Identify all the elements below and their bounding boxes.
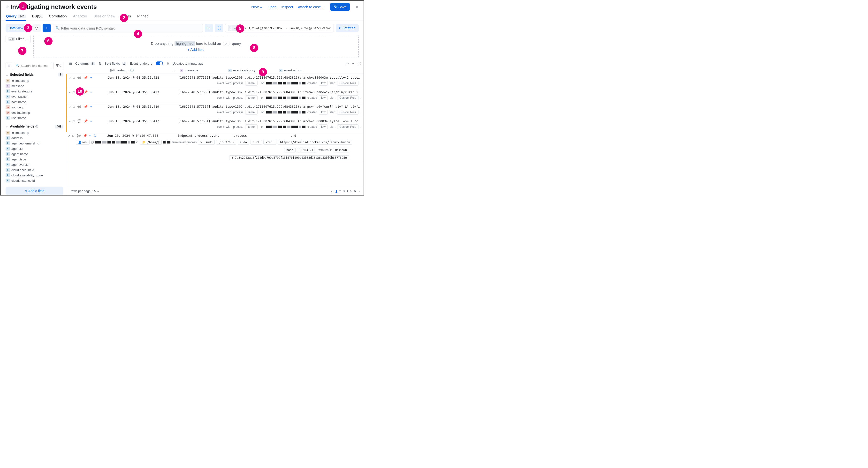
available-fields-section[interactable]: ⌄Available fields ⓘ 408	[6, 123, 63, 130]
field-item[interactable]: kuser.name	[6, 115, 63, 121]
more-icon[interactable]: ⋯	[90, 105, 92, 108]
field-item[interactable]: 🗓@timestamp	[6, 130, 63, 135]
kql-input[interactable]	[60, 25, 200, 32]
view-mode-icon[interactable]: ▭	[346, 62, 349, 65]
page-number[interactable]: 6	[353, 189, 356, 193]
close-icon[interactable]: ✕	[355, 5, 360, 9]
severity-chip[interactable]: low	[319, 110, 328, 115]
analyzer-icon[interactable]: ⬡	[93, 134, 96, 137]
url-chip[interactable]: https://download.docker.com/linux/ubuntu	[278, 140, 352, 145]
severity-chip[interactable]: low	[319, 81, 328, 86]
pid-chip[interactable]: (1563766)	[216, 140, 236, 145]
process-chip[interactable]: kernel	[245, 81, 257, 86]
pin-icon[interactable]: 📌	[84, 90, 88, 94]
process-chip[interactable]: kernel	[245, 95, 257, 100]
checkbox[interactable]: ☐	[72, 134, 74, 137]
refresh-button[interactable]: ⟳Refresh	[336, 24, 359, 32]
page-number[interactable]: 2	[338, 189, 342, 193]
maximize-icon[interactable]: ⛶	[215, 24, 223, 32]
comment-icon[interactable]: 💬	[78, 90, 81, 94]
columns-button[interactable]: Columns 8	[75, 62, 95, 65]
pin-icon[interactable]: 📌	[84, 119, 88, 123]
expand-icon[interactable]: ↗	[69, 105, 71, 108]
field-item[interactable]: tmessage	[6, 83, 63, 89]
column-event-category[interactable]: kevent.category	[226, 67, 277, 73]
path-chip[interactable]: 📁 /home/j	[140, 140, 162, 145]
rule-chip[interactable]: Custom Rule	[337, 110, 358, 115]
field-item[interactable]: ipsource.ip	[6, 104, 63, 110]
page-number[interactable]: 3	[342, 189, 346, 193]
comment-icon[interactable]: 💬	[78, 105, 81, 108]
arg-chip[interactable]: sudo	[238, 140, 249, 145]
rule-chip[interactable]: Custom Rule	[337, 95, 358, 100]
field-item[interactable]: kagent.ephemeral_id	[6, 141, 63, 146]
inspect-button[interactable]: Inspect	[281, 5, 293, 9]
comment-icon[interactable]: 💬	[77, 134, 81, 137]
more-icon[interactable]: ⋯	[89, 134, 91, 137]
column-timestamp[interactable]: @timestamp 🕑↓	[107, 67, 178, 73]
comment-icon[interactable]: 💬	[78, 76, 81, 80]
save-button[interactable]: 🖫Save	[330, 3, 350, 11]
filter-conjunction[interactable]: AND Filter ⌄	[6, 35, 31, 43]
expand-icon[interactable]: ↗	[69, 76, 71, 80]
pin-icon[interactable]: 📌	[84, 76, 88, 80]
field-item[interactable]: kevent.action	[6, 94, 63, 99]
field-item[interactable]: khost.name	[6, 99, 63, 104]
tab-query[interactable]: Query144	[6, 12, 26, 21]
checkbox[interactable]: ☐	[73, 76, 75, 80]
field-search[interactable]: 🔍	[14, 62, 52, 69]
selected-fields-section[interactable]: ⌄Selected fields 8	[6, 71, 63, 78]
field-item[interactable]: kagent.type	[6, 157, 63, 162]
add-a-field-button[interactable]: ✎ Add a field	[6, 187, 63, 195]
field-item[interactable]: kevent.category	[6, 89, 63, 94]
expand-icon[interactable]: ↗	[69, 90, 71, 94]
more-icon[interactable]: ⋯	[90, 119, 92, 123]
data-view-button[interactable]: Data view ⌄	[6, 24, 31, 32]
more-icon[interactable]: ⋯	[90, 76, 92, 80]
tab-notes[interactable]: Notes	[121, 12, 131, 21]
page-number[interactable]: 5	[349, 189, 353, 193]
page-number[interactable]: 1	[335, 189, 338, 193]
field-item[interactable]: kaddress	[6, 135, 63, 141]
checkbox[interactable]: ☐	[73, 90, 75, 94]
favorite-icon[interactable]: ☆	[6, 5, 9, 9]
column-event-action[interactable]: kevent.action	[277, 67, 364, 73]
add-field-link[interactable]: + Add field	[187, 48, 204, 52]
rule-chip[interactable]: Custom Rule	[337, 81, 358, 86]
process-chip[interactable]: kernel	[245, 110, 257, 115]
arg-chip[interactable]: -fsSL	[264, 140, 276, 145]
arg-chip[interactable]: curl	[250, 140, 262, 145]
more-icon[interactable]: ⋯	[90, 90, 92, 94]
user-chip[interactable]: 👤 root	[76, 140, 90, 145]
calendar-icon[interactable]: 🗓 ⌄	[228, 25, 238, 31]
filter-icon[interactable]	[32, 24, 41, 32]
field-item[interactable]: kagent.id	[6, 146, 63, 151]
checkbox[interactable]: ☐	[73, 105, 75, 108]
field-type-filter[interactable]: 0	[54, 62, 63, 69]
columns-icon[interactable]: ▦	[69, 62, 72, 65]
checkbox[interactable]: ☐	[73, 119, 75, 123]
event-renderers-toggle[interactable]	[156, 61, 163, 65]
pid-chip[interactable]: (1563121)	[297, 148, 317, 152]
comment-icon[interactable]: 💬	[78, 119, 81, 123]
hash-chip[interactable]: # 7d3c2983ad2f278d9e799b5792f13f57bf890b…	[229, 155, 349, 160]
tab-session-view[interactable]: Session View	[93, 12, 116, 21]
sort-fields-button[interactable]: Sort fields 1	[104, 62, 126, 65]
result-chip[interactable]: unknown	[333, 148, 349, 152]
collapse-sidebar-icon[interactable]: ⊞	[6, 62, 12, 69]
kql-search[interactable]: 🔍	[53, 24, 203, 32]
column-message[interactable]: tmessage	[178, 67, 226, 73]
rule-chip[interactable]: Custom Rule	[337, 124, 358, 129]
settings-icon[interactable]: ≡	[352, 62, 354, 65]
rows-per-page[interactable]: Rows per page: 25 ⌄	[69, 189, 99, 193]
time-range[interactable]: 🗓 ⌄ May 31, 2024 @ 04:53:23.669 → Jun 10…	[225, 24, 334, 32]
new-button[interactable]: New ⌄	[251, 5, 262, 9]
field-item[interactable]: ipdestination.ip	[6, 110, 63, 115]
field-item[interactable]: kagent.name	[6, 151, 63, 157]
gear-icon[interactable]: ⚙	[166, 62, 169, 65]
tab-pinned[interactable]: Pinned	[137, 12, 149, 21]
fullscreen-icon[interactable]: ⛶	[358, 62, 361, 65]
add-filter-button[interactable]: ＋	[42, 24, 51, 32]
query-drop-zone[interactable]: Drop anything highlighted here to build …	[33, 35, 359, 58]
field-item[interactable]: kcloud.availability_zone	[6, 173, 63, 178]
